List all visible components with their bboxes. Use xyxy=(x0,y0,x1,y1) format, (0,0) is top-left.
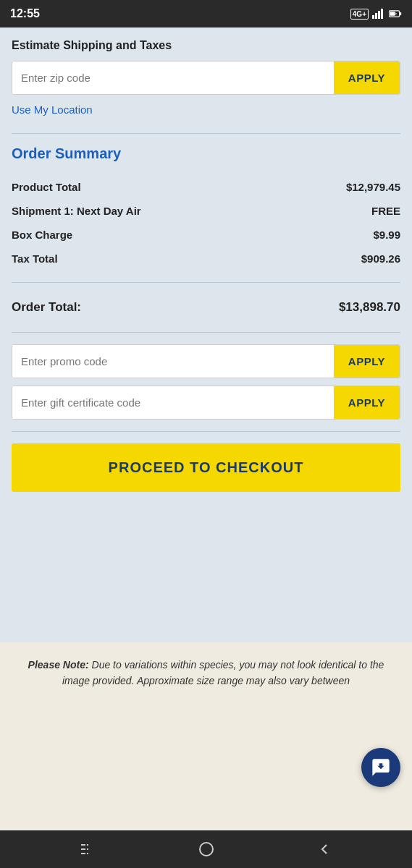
tax-total-label: Tax Total xyxy=(12,252,58,265)
shipping-section: Estimate Shipping and Taxes APPLY Use My… xyxy=(12,39,400,122)
circle-icon xyxy=(198,841,215,858)
svg-rect-9 xyxy=(81,853,85,854)
note-text: Please Note: Due to variations within sp… xyxy=(14,657,398,689)
svg-rect-12 xyxy=(87,853,88,854)
network-badge: 4G+ xyxy=(350,9,369,20)
promo-input[interactable] xyxy=(12,345,334,378)
checkout-button[interactable]: PROCEED TO CHECKOUT xyxy=(12,443,400,492)
home-nav-icon[interactable] xyxy=(198,841,215,858)
note-body: Due to variations within species, you ma… xyxy=(62,659,384,686)
box-charge-label: Box Charge xyxy=(12,229,72,241)
status-icons: 4G+ xyxy=(350,9,402,20)
box-charge-row: Box Charge $9.99 xyxy=(12,223,400,247)
nav-bar xyxy=(0,830,412,868)
order-summary-section: Order Summary Product Total $12,979.45 S… xyxy=(12,145,400,320)
product-total-value: $12,979.45 xyxy=(346,181,400,193)
divider-summary xyxy=(12,282,400,283)
svg-rect-10 xyxy=(87,844,88,846)
battery-icon xyxy=(389,9,402,18)
divider-2 xyxy=(12,332,400,333)
svg-rect-11 xyxy=(87,848,88,850)
svg-rect-2 xyxy=(378,11,380,19)
svg-rect-5 xyxy=(400,12,401,15)
svg-rect-6 xyxy=(390,12,395,16)
shipping-title: Estimate Shipping and Taxes xyxy=(12,39,400,52)
promo-apply-button[interactable]: APPLY xyxy=(334,345,400,378)
shipment-row: Shipment 1: Next Day Air FREE xyxy=(12,199,400,223)
zip-apply-button[interactable]: APPLY xyxy=(334,61,400,94)
note-section: Please Note: Due to variations within sp… xyxy=(0,642,412,830)
note-bold: Please Note: xyxy=(28,659,89,671)
back-nav-icon[interactable] xyxy=(80,841,97,858)
menu-icon xyxy=(80,841,97,858)
order-total-label: Order Total: xyxy=(12,300,81,315)
svg-point-13 xyxy=(200,843,213,856)
use-location-link[interactable]: Use My Location xyxy=(12,103,93,116)
svg-rect-1 xyxy=(375,13,377,19)
order-total-value: $13,898.70 xyxy=(339,300,400,315)
gift-input[interactable] xyxy=(12,386,334,419)
divider-3 xyxy=(12,431,400,432)
tax-total-row: Tax Total $909.26 xyxy=(12,247,400,271)
zip-input-row: APPLY xyxy=(12,61,400,95)
chat-icon xyxy=(371,757,391,778)
zip-input[interactable] xyxy=(12,61,334,94)
signal-icon xyxy=(372,9,385,19)
svg-rect-3 xyxy=(381,9,383,19)
main-content: Estimate Shipping and Taxes APPLY Use My… xyxy=(0,27,412,642)
forward-nav-icon[interactable] xyxy=(316,841,333,858)
shipment-value: FREE xyxy=(371,205,400,217)
svg-rect-7 xyxy=(81,844,85,846)
box-charge-value: $9.99 xyxy=(373,229,400,241)
shipment-label: Shipment 1: Next Day Air xyxy=(12,205,141,217)
codes-section: APPLY APPLY xyxy=(12,344,400,420)
divider-1 xyxy=(12,133,400,134)
order-summary-title: Order Summary xyxy=(12,145,400,162)
gift-apply-button[interactable]: APPLY xyxy=(334,386,400,419)
svg-rect-0 xyxy=(372,15,374,19)
back-icon xyxy=(316,841,333,858)
tax-total-value: $909.26 xyxy=(361,252,400,265)
promo-input-row: APPLY xyxy=(12,344,400,378)
gift-input-row: APPLY xyxy=(12,386,400,420)
product-total-row: Product Total $12,979.45 xyxy=(12,175,400,199)
status-time: 12:55 xyxy=(10,7,40,20)
chat-button[interactable] xyxy=(361,748,400,787)
status-bar: 12:55 4G+ xyxy=(0,0,412,27)
svg-rect-8 xyxy=(81,848,85,850)
order-total-row: Order Total: $13,898.70 xyxy=(12,294,400,320)
product-total-label: Product Total xyxy=(12,181,81,193)
